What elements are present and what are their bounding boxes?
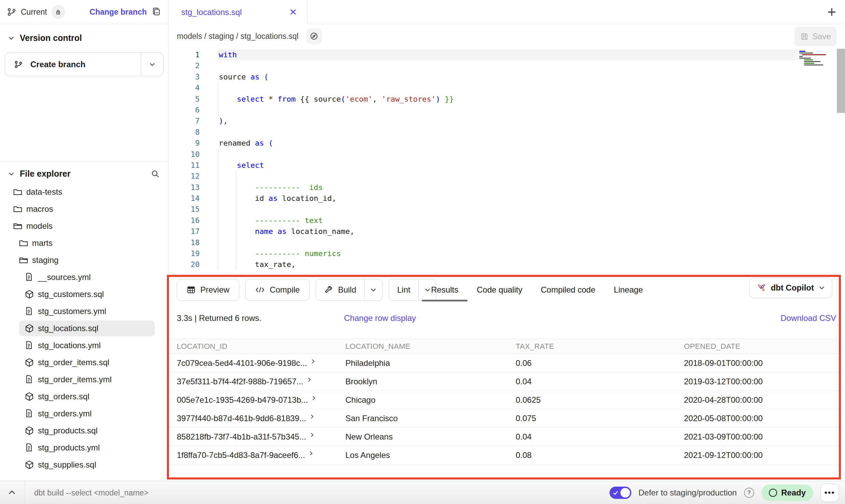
table-row: 005e7e1c-1935-4269-b479-0713b...Chicago0… xyxy=(169,391,840,409)
file-tree-item-stg-products-yml[interactable]: stg_products.yml xyxy=(0,439,168,456)
code-line-10[interactable]: 10 xyxy=(169,149,845,160)
line-number: 19 xyxy=(169,248,200,259)
file-tree-item-models[interactable]: models xyxy=(0,218,168,235)
code-line-20[interactable]: 20 tax_rate, xyxy=(169,259,845,270)
file-tree-item-label: data-tests xyxy=(26,187,62,197)
chevron-up-icon[interactable] xyxy=(8,488,16,497)
chevron-down-icon[interactable] xyxy=(8,35,15,42)
editor-scrollbar-thumb[interactable] xyxy=(837,49,845,113)
code-line-16[interactable]: 16 ---------- text xyxy=(169,215,845,226)
minimap[interactable] xyxy=(797,49,835,71)
file-tree-item-stg-supplies-sql[interactable]: stg_supplies.sql xyxy=(0,456,168,473)
file-tree-item-stg-locations-yml[interactable]: stg_locations.yml xyxy=(0,337,168,354)
indent-guide xyxy=(218,105,218,116)
code-editor[interactable]: 1with23source as (45 select * from {{ so… xyxy=(169,48,845,276)
file-tree-item-label: stg_orders.yml xyxy=(38,409,91,418)
lint-button[interactable]: Lint xyxy=(389,279,419,300)
code-line-7[interactable]: 7), xyxy=(169,116,845,127)
code-lines: 1with23source as (45 select * from {{ so… xyxy=(169,49,845,270)
table-cell: 37e5f311-b7f4-4f2f-988b-719657... xyxy=(169,377,338,386)
table-cell: 0.04 xyxy=(508,377,676,386)
file-tree-item-stg-order-items-sql[interactable]: stg_order_items.sql xyxy=(0,354,168,371)
panel-tab-results[interactable]: Results xyxy=(422,279,468,301)
file-tree-item--sources-yml[interactable]: __sources.yml xyxy=(0,269,168,286)
expand-cell-icon[interactable] xyxy=(307,377,312,382)
code-line-1[interactable]: 1with xyxy=(169,49,845,60)
file-tree-item-macros[interactable]: macros xyxy=(0,201,168,218)
expand-cell-icon[interactable] xyxy=(311,359,316,364)
file-tree-item-label: stg_products.sql xyxy=(38,426,98,435)
file-tree-item-data-tests[interactable]: data-tests xyxy=(0,183,168,201)
code-line-19[interactable]: 19 ---------- numerics xyxy=(169,248,845,259)
build-button[interactable]: Build xyxy=(316,279,364,300)
file-tree-item-stg-order-items-yml[interactable]: stg_order_items.yml xyxy=(0,371,168,388)
file-tree-item-stg-orders-sql[interactable]: stg_orders.sql xyxy=(0,388,168,405)
code-line-13[interactable]: 13 ---------- ids xyxy=(169,182,845,193)
panel-toolbar: Preview Compile Build xyxy=(177,279,436,301)
lineage-compass-button[interactable] xyxy=(306,28,322,44)
more-options-button[interactable]: ••• xyxy=(820,484,839,502)
table-cell: 3977f440-b87d-461b-9dd6-81839... xyxy=(169,414,338,423)
expand-cell-icon[interactable] xyxy=(310,432,315,438)
indent-guide xyxy=(218,160,218,171)
code-text: id as location_id, xyxy=(219,193,336,204)
copy-icon[interactable] xyxy=(151,7,161,17)
preview-button[interactable]: Preview xyxy=(177,279,239,301)
change-row-display-link[interactable]: Change row display xyxy=(344,313,416,323)
command-input[interactable]: dbt build --select <model_name> xyxy=(34,481,148,504)
line-number: 7 xyxy=(169,116,200,127)
expand-cell-icon[interactable] xyxy=(310,414,315,419)
model-icon xyxy=(24,357,34,368)
code-line-17[interactable]: 17 name as location_name, xyxy=(169,226,845,237)
tab-stg-locations-sql[interactable]: stg_locations.sql ✕ xyxy=(169,0,307,25)
save-button[interactable]: Save xyxy=(794,27,837,46)
code-line-3[interactable]: 3source as ( xyxy=(169,72,845,83)
current-branch-label: Current xyxy=(21,8,47,17)
new-tab-button[interactable]: + xyxy=(827,3,836,20)
git-branch-icon xyxy=(7,7,16,17)
file-explorer-title: File explorer xyxy=(20,169,71,179)
status-circle-icon xyxy=(769,489,777,497)
code-line-2[interactable]: 2 xyxy=(169,60,845,71)
search-icon[interactable] xyxy=(151,169,160,179)
download-csv-link[interactable]: Download CSV xyxy=(780,313,836,323)
code-line-14[interactable]: 14 id as location_id, xyxy=(169,193,845,204)
file-tree-item-stg-orders-yml[interactable]: stg_orders.yml xyxy=(0,405,168,422)
code-line-11[interactable]: 11 select xyxy=(169,160,845,171)
code-line-15[interactable]: 15 xyxy=(169,204,845,215)
chevron-down-icon[interactable] xyxy=(8,171,15,177)
code-line-9[interactable]: 9renamed as ( xyxy=(169,138,845,149)
chevron-down-icon xyxy=(818,284,825,291)
table-cell: Los Angeles xyxy=(338,450,508,460)
build-dropdown[interactable] xyxy=(364,279,382,300)
dbt-copilot-button[interactable]: dbt Copilot xyxy=(749,278,832,298)
file-tree-item-stg-locations-sql[interactable]: stg_locations.sql xyxy=(0,320,168,337)
code-line-5[interactable]: 5 select * from {{ source('ecom', 'raw_s… xyxy=(169,94,845,105)
create-branch-button[interactable]: Create branch xyxy=(5,53,163,76)
code-line-12[interactable]: 12 xyxy=(169,171,845,182)
panel-tab-lineage[interactable]: Lineage xyxy=(605,279,652,301)
create-branch-dropdown[interactable] xyxy=(141,53,163,76)
code-line-6[interactable]: 6 xyxy=(169,105,845,116)
file-tree-item-marts[interactable]: marts xyxy=(0,235,168,252)
change-branch-link[interactable]: Change branch xyxy=(90,8,147,17)
code-line-18[interactable]: 18 xyxy=(169,237,845,248)
file-tree-item-stg-customers-yml[interactable]: stg_customers.yml xyxy=(0,303,168,320)
code-line-8[interactable]: 8 xyxy=(169,127,845,138)
file-tree-item-staging[interactable]: staging xyxy=(0,252,168,269)
defer-toggle[interactable] xyxy=(610,487,631,499)
expand-cell-icon[interactable] xyxy=(309,451,314,456)
git-branch-icon xyxy=(14,60,23,69)
close-tab-icon[interactable]: ✕ xyxy=(289,8,297,17)
file-tree-item-stg-products-sql[interactable]: stg_products.sql xyxy=(0,422,168,439)
version-control-section: Version control Create branch xyxy=(0,24,168,76)
panel-tab-code-quality[interactable]: Code quality xyxy=(468,279,531,301)
tab-label: stg_locations.sql xyxy=(181,8,242,17)
file-tree-item-stg-customers-sql[interactable]: stg_customers.sql xyxy=(0,286,168,303)
code-line-4[interactable]: 4 xyxy=(169,83,845,93)
compile-button[interactable]: Compile xyxy=(245,279,310,301)
help-icon[interactable]: ? xyxy=(744,488,754,498)
expand-cell-icon[interactable] xyxy=(311,396,316,401)
panel-tab-compiled-code[interactable]: Compiled code xyxy=(531,279,604,301)
branch-lock-badge xyxy=(52,5,65,19)
